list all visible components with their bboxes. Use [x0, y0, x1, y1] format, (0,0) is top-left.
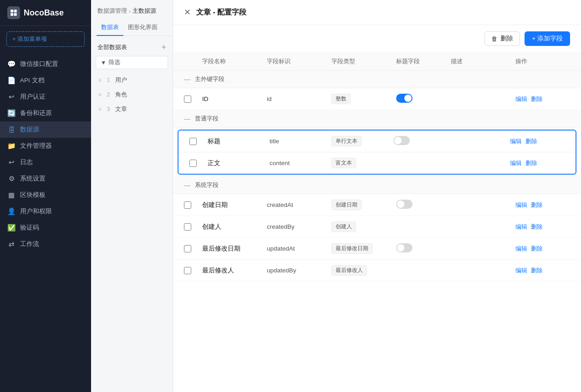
trash-icon: 🗑 [491, 35, 498, 42]
delete-button[interactable]: 🗑 删除 [484, 31, 520, 46]
sidebar-item-captcha[interactable]: ✅ 验证码 [0, 220, 91, 236]
sidebar-item-log[interactable]: ↩ 日志 [0, 154, 91, 171]
breadcrumb: 数据源管理 › 主数据源 [91, 0, 173, 20]
main-content: ✕ 文章 - 配置字段 🗑 删除 + 添加字段 字段名称 字段标 [173, 0, 581, 392]
edit-button-updatedBy[interactable]: 编辑 [515, 266, 527, 275]
field-checkbox-content[interactable] [189, 160, 197, 167]
field-identifier-title: title [270, 138, 331, 145]
sidebar-item-api[interactable]: 📄 API 文档 [0, 72, 91, 89]
field-checkbox-id[interactable] [184, 95, 191, 103]
table-num: 3 [105, 106, 112, 112]
field-actions-createdBy: 编辑 删除 [515, 223, 570, 231]
sidebar-item-wechat[interactable]: 💬 微信接口配置 [0, 56, 91, 72]
second-panel-content: 全部数据表 + ▼ 筛选 ≡ 1 用户 ≡ 2 角色 ≡ 3 文章 [91, 36, 173, 392]
field-type-badge-content: 富文本 [331, 158, 356, 168]
modal-title: 文章 - 配置字段 [196, 8, 246, 17]
table-name: 角色 [115, 90, 127, 99]
tab-datatable[interactable]: 数据表 [97, 20, 123, 36]
filter-icon: ▼ [101, 60, 106, 66]
breadcrumb-current: 主数据源 [133, 7, 156, 15]
section-primary-key-label: 主外键字段 [195, 75, 224, 83]
sidebar-item-label: 用户认证 [20, 93, 46, 101]
field-checkbox-createdBy[interactable] [184, 223, 191, 231]
sidebar-item-label: 微信接口配置 [20, 60, 58, 68]
field-checkbox-title[interactable] [189, 138, 197, 145]
add-field-button[interactable]: + 添加字段 [525, 31, 570, 46]
edit-button-createdBy[interactable]: 编辑 [515, 223, 527, 231]
title-field-toggle-updatedAt[interactable] [396, 243, 413, 252]
add-field-label: + 添加字段 [532, 35, 563, 43]
sidebar-item-auth[interactable]: ↩ 用户认证 [0, 89, 91, 105]
modal-toolbar: 🗑 删除 + 添加字段 [173, 25, 581, 53]
header-actions: 操作 [515, 57, 570, 65]
delete-button-content[interactable]: 删除 [525, 159, 537, 167]
field-checkbox-updatedBy[interactable] [184, 267, 191, 274]
delete-button-createdAt[interactable]: 删除 [531, 201, 543, 209]
field-identifier-updatedAt: updatedAt [267, 245, 331, 252]
second-panel: 数据源管理 › 主数据源 数据表 图形化界面 全部数据表 + ▼ 筛选 ≡ 1 … [91, 0, 173, 392]
title-field-toggle-id[interactable] [396, 94, 413, 103]
add-table-button[interactable]: + [161, 43, 166, 51]
field-type-badge-createdBy: 创建人 [331, 221, 356, 232]
sidebar-item-workflow[interactable]: ⇄ 工作流 [0, 236, 91, 252]
edit-button-title[interactable]: 编辑 [510, 137, 522, 146]
field-actions-id: 编辑 删除 [515, 95, 570, 103]
field-actions-title: 编辑 删除 [510, 137, 565, 146]
delete-button-title[interactable]: 删除 [525, 137, 537, 146]
section-normal: — 普通字段 [173, 110, 581, 128]
fields-table: 字段名称 字段标识 字段类型 标题字段 描述 操作 — 主外键字段 ID id [173, 53, 581, 392]
second-panel-tabs: 数据表 图形化界面 [91, 20, 173, 36]
sidebar-item-datasource[interactable]: 🗄 数据源 [0, 121, 91, 138]
field-identifier-content: content [270, 160, 331, 166]
delete-button-updatedAt[interactable]: 删除 [531, 245, 543, 253]
title-field-toggle-createdAt[interactable] [396, 200, 413, 209]
all-tables-header: 全部数据表 + [96, 40, 168, 54]
table-num: 2 [105, 91, 112, 98]
sidebar-nav: 💬 微信接口配置 📄 API 文档 ↩ 用户认证 🔄 备份和还原 🗄 数据源 📁… [0, 52, 91, 392]
field-row-title: 标题 title 单行文本 编辑 删除 [178, 131, 576, 152]
collapse-system-button[interactable]: — [184, 181, 190, 189]
settings-icon: ⚙ [7, 175, 15, 183]
field-row-id: ID id 整数 编辑 删除 [173, 88, 581, 110]
table-list-item[interactable]: ≡ 1 用户 [96, 73, 168, 87]
sidebar-item-backup[interactable]: 🔄 备份和还原 [0, 105, 91, 121]
field-type-badge-updatedAt: 最后修改日期 [331, 243, 372, 254]
sidebar-item-filemanager[interactable]: 📁 文件管理器 [0, 138, 91, 154]
delete-button-updatedBy[interactable]: 删除 [531, 266, 543, 275]
drag-handle-icon: ≡ [98, 77, 102, 83]
collapse-normal-button[interactable]: — [184, 115, 190, 122]
delete-button-createdBy[interactable]: 删除 [531, 223, 543, 231]
tab-graphview[interactable]: 图形化界面 [123, 20, 162, 36]
edit-button-updatedAt[interactable]: 编辑 [515, 245, 527, 253]
table-list-item[interactable]: ≡ 2 角色 [96, 87, 168, 102]
table-list-item[interactable]: ≡ 3 文章 [96, 102, 168, 116]
edit-button-content[interactable]: 编辑 [510, 159, 522, 167]
section-system: — 系统字段 [173, 176, 581, 194]
field-actions-updatedBy: 编辑 删除 [515, 266, 570, 275]
modal-close-button[interactable]: ✕ [184, 7, 191, 17]
edit-button-id[interactable]: 编辑 [515, 95, 527, 103]
drag-handle-icon: ≡ [98, 91, 102, 98]
field-name-title: 标题 [208, 137, 270, 146]
filter-button[interactable]: ▼ 筛选 [96, 56, 168, 69]
field-actions-createdAt: 编辑 删除 [515, 201, 570, 209]
breadcrumb-parent[interactable]: 数据源管理 [97, 7, 127, 15]
title-field-toggle-title[interactable] [393, 136, 410, 145]
field-checkbox-createdAt[interactable] [184, 201, 191, 209]
edit-button-createdAt[interactable]: 编辑 [515, 201, 527, 209]
datasource-icon: 🗄 [7, 126, 15, 134]
sidebar-item-settings[interactable]: ⚙ 系统设置 [0, 171, 91, 187]
field-name-id: ID [202, 95, 267, 102]
sidebar-item-userpermissions[interactable]: 👤 用户和权限 [0, 203, 91, 220]
logo-text: NocoBase [24, 8, 64, 18]
sidebar-item-blocktemplate[interactable]: ▦ 区块模板 [0, 187, 91, 203]
field-checkbox-updatedAt[interactable] [184, 245, 191, 252]
collapse-primary-key-button[interactable]: — [184, 75, 190, 83]
delete-button-id[interactable]: 删除 [531, 95, 543, 103]
drag-handle-icon: ≡ [98, 106, 102, 112]
sidebar-item-label: API 文档 [20, 76, 45, 85]
filemanager-icon: 📁 [7, 142, 15, 150]
add-menu-button[interactable]: + 添加菜单项 [6, 31, 85, 47]
field-row-updatedBy: 最后修改人 updatedBy 最后修改人 编辑 删除 [173, 260, 581, 281]
field-type-badge-id: 整数 [331, 94, 351, 104]
